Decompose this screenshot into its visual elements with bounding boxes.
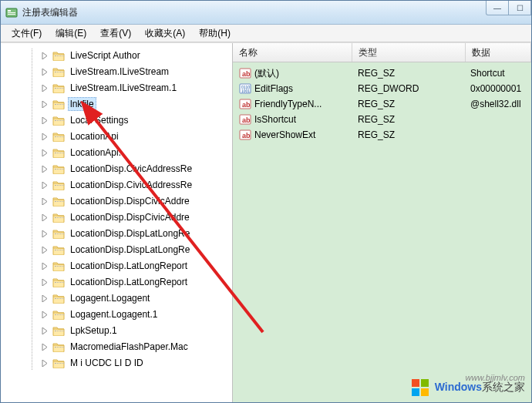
svg-rect-17	[421, 379, 429, 387]
svg-text:ab: ab	[242, 70, 251, 78]
tree-item-label: LocationApi.	[68, 146, 123, 160]
expand-icon[interactable]	[41, 84, 49, 92]
value-row[interactable]: abNeverShowExtREG_SZ	[233, 127, 531, 143]
value-type: REG_SZ	[352, 128, 464, 142]
col-type[interactable]: 类型	[352, 43, 466, 62]
string-value-icon: ab	[239, 67, 251, 79]
expand-icon[interactable]	[41, 68, 49, 76]
value-row[interactable]: abFriendlyTypeN...REG_SZ@shell32.dll	[233, 96, 531, 112]
tree-item-label: M i UCDC LI D ID	[68, 356, 146, 370]
tree-item[interactable]: LiveStream.ILiveStream.1	[24, 81, 232, 95]
tree-item[interactable]: Logagent.Logagent	[24, 291, 232, 305]
expand-icon[interactable]	[41, 246, 49, 254]
watermark-text: Windows系统之家	[435, 381, 525, 395]
registry-editor-window: 注册表编辑器 — ☐ 文件(F) 编辑(E) 查看(V) 收藏夹(A) 帮助(H…	[0, 0, 532, 403]
list-pane[interactable]: 名称 类型 数据 ab(默认)REG_SZShortcut01101001Edi…	[233, 43, 531, 402]
value-data	[464, 133, 531, 136]
tree-item[interactable]: LocationApi	[24, 129, 232, 143]
minimize-button[interactable]: —	[486, 1, 509, 15]
tree-item[interactable]: LocationDisp.DispCivicAddre	[24, 194, 232, 208]
string-value-icon: ab	[239, 98, 251, 110]
col-name[interactable]: 名称	[233, 43, 352, 62]
value-data: Shortcut	[464, 66, 531, 80]
tree-pane[interactable]: LiveScript AuthorLiveStream.ILiveStreamL…	[1, 43, 233, 402]
svg-text:ab: ab	[242, 101, 251, 109]
value-name: NeverShowExt	[254, 129, 315, 140]
expand-icon[interactable]	[41, 116, 49, 125]
tree-item-label: LocationApi	[68, 129, 121, 143]
menu-help[interactable]: 帮助(H)	[193, 25, 237, 42]
tree-item[interactable]: LocationDisp.CivicAddressRe	[24, 162, 232, 176]
expand-icon[interactable]	[41, 213, 49, 222]
tree-item[interactable]: LocationDisp.DispCivicAddre	[24, 210, 232, 224]
value-type: REG_DWORD	[352, 82, 464, 96]
window-buttons: — ☐	[486, 1, 531, 15]
tree-item-label: Logagent.Logagent	[68, 291, 152, 305]
svg-text:ab: ab	[242, 132, 251, 139]
expand-icon[interactable]	[41, 149, 49, 157]
body: LiveScript AuthorLiveStream.ILiveStreamL…	[1, 42, 531, 402]
expand-icon[interactable]	[41, 278, 49, 287]
tree-item[interactable]: LpkSetup.1	[24, 324, 232, 338]
svg-rect-1	[8, 10, 11, 12]
value-row[interactable]: abIsShortcutREG_SZ	[233, 112, 531, 127]
expand-icon[interactable]	[41, 197, 49, 206]
expand-icon[interactable]	[41, 311, 49, 319]
expand-icon[interactable]	[41, 359, 49, 368]
value-type: REG_SZ	[352, 66, 464, 80]
svg-rect-3	[8, 14, 15, 15]
tree-item[interactable]: LocationDisp.CivicAddressRe	[24, 178, 232, 192]
tree-item[interactable]: M i UCDC LI D ID	[24, 356, 232, 370]
svg-text:ab: ab	[242, 116, 251, 124]
value-row[interactable]: 01101001EditFlagsREG_DWORD0x00000001	[233, 81, 531, 96]
expand-icon[interactable]	[41, 343, 49, 351]
tree-item[interactable]: Logagent.Logagent.1	[24, 307, 232, 321]
value-type: REG_SZ	[352, 113, 464, 126]
menu-edit[interactable]: 编辑(E)	[49, 25, 93, 42]
tree-item[interactable]: LocationApi.	[24, 146, 232, 160]
windows-logo-icon	[410, 378, 430, 398]
expand-icon[interactable]	[41, 230, 49, 238]
expand-icon[interactable]	[41, 52, 49, 60]
expand-icon[interactable]	[41, 262, 49, 270]
tree-item[interactable]: lnkfile	[24, 97, 232, 111]
tree-item[interactable]: LocationDisp.LatLongReport	[24, 275, 232, 289]
expand-icon[interactable]	[41, 165, 49, 173]
menu-file[interactable]: 文件(F)	[5, 25, 48, 42]
titlebar[interactable]: 注册表编辑器 — ☐	[1, 1, 531, 25]
watermark: Windows系统之家	[410, 378, 525, 398]
tree-item-label: Logagent.Logagent.1	[68, 307, 160, 321]
menu-favorites[interactable]: 收藏夹(A)	[139, 25, 191, 42]
tree-item-label: LocationDisp.CivicAddressRe	[68, 178, 194, 192]
tree-item-label: LocationDisp.DispLatLongRe	[68, 243, 192, 257]
tree-item-label: LiveStream.ILiveStream.1	[68, 81, 179, 95]
maximize-button[interactable]: ☐	[509, 1, 531, 15]
tree-item[interactable]: LiveStream.ILiveStream	[24, 65, 232, 79]
value-name: (默认)	[254, 67, 279, 80]
col-data[interactable]: 数据	[466, 43, 531, 62]
value-name: IsShortcut	[254, 114, 296, 125]
expand-icon[interactable]	[41, 100, 49, 109]
tree-item[interactable]: LocationDisp.LatLongReport	[24, 259, 232, 273]
svg-rect-16	[412, 379, 419, 387]
value-name: EditFlags	[254, 83, 293, 94]
menu-view[interactable]: 查看(V)	[94, 25, 137, 42]
tree-item[interactable]: Local Settings	[24, 113, 232, 127]
value-data	[464, 118, 531, 121]
tree-item-label: LocationDisp.CivicAddressRe	[68, 162, 194, 176]
tree-item-label: LpkSetup.1	[68, 324, 120, 338]
app-icon	[5, 6, 18, 18]
tree-item[interactable]: LiveScript Author	[24, 49, 232, 62]
expand-icon[interactable]	[41, 181, 49, 190]
tree-item[interactable]: LocationDisp.DispLatLongRe	[24, 243, 232, 257]
tree-item-label: LocationDisp.DispLatLongRe	[68, 227, 192, 240]
expand-icon[interactable]	[41, 294, 49, 303]
tree-item[interactable]: MacromediaFlashPaper.Mac	[24, 340, 232, 354]
column-headers: 名称 类型 数据	[233, 43, 531, 62]
tree-item-label: LocationDisp.LatLongReport	[68, 259, 190, 273]
tree-item-label: LiveScript Author	[68, 49, 143, 62]
tree-item[interactable]: LocationDisp.DispLatLongRe	[24, 227, 232, 240]
expand-icon[interactable]	[41, 327, 49, 335]
expand-icon[interactable]	[41, 133, 49, 141]
value-row[interactable]: ab(默认)REG_SZShortcut	[233, 65, 531, 81]
